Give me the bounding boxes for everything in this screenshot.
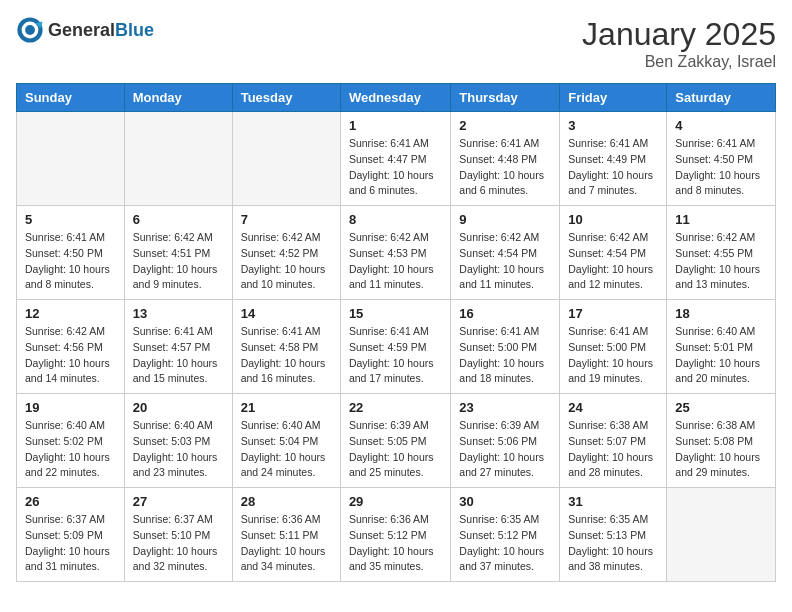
day-number: 2 (459, 118, 551, 133)
day-number: 22 (349, 400, 442, 415)
day-number: 17 (568, 306, 658, 321)
day-number: 5 (25, 212, 116, 227)
day-number: 25 (675, 400, 767, 415)
calendar-cell: 2Sunrise: 6:41 AM Sunset: 4:48 PM Daylig… (451, 112, 560, 206)
day-info: Sunrise: 6:36 AM Sunset: 5:11 PM Dayligh… (241, 512, 332, 575)
day-info: Sunrise: 6:41 AM Sunset: 4:49 PM Dayligh… (568, 136, 658, 199)
calendar-cell (124, 112, 232, 206)
day-info: Sunrise: 6:41 AM Sunset: 4:47 PM Dayligh… (349, 136, 442, 199)
calendar-cell: 24Sunrise: 6:38 AM Sunset: 5:07 PM Dayli… (560, 394, 667, 488)
day-number: 7 (241, 212, 332, 227)
calendar-cell: 25Sunrise: 6:38 AM Sunset: 5:08 PM Dayli… (667, 394, 776, 488)
calendar-cell: 14Sunrise: 6:41 AM Sunset: 4:58 PM Dayli… (232, 300, 340, 394)
calendar-cell: 13Sunrise: 6:41 AM Sunset: 4:57 PM Dayli… (124, 300, 232, 394)
day-info: Sunrise: 6:37 AM Sunset: 5:09 PM Dayligh… (25, 512, 116, 575)
day-number: 18 (675, 306, 767, 321)
calendar-cell: 16Sunrise: 6:41 AM Sunset: 5:00 PM Dayli… (451, 300, 560, 394)
calendar-cell: 11Sunrise: 6:42 AM Sunset: 4:55 PM Dayli… (667, 206, 776, 300)
day-info: Sunrise: 6:39 AM Sunset: 5:06 PM Dayligh… (459, 418, 551, 481)
day-number: 3 (568, 118, 658, 133)
day-number: 21 (241, 400, 332, 415)
day-info: Sunrise: 6:41 AM Sunset: 4:57 PM Dayligh… (133, 324, 224, 387)
day-info: Sunrise: 6:41 AM Sunset: 4:58 PM Dayligh… (241, 324, 332, 387)
day-info: Sunrise: 6:40 AM Sunset: 5:02 PM Dayligh… (25, 418, 116, 481)
calendar-cell: 12Sunrise: 6:42 AM Sunset: 4:56 PM Dayli… (17, 300, 125, 394)
column-header-thursday: Thursday (451, 84, 560, 112)
calendar-cell: 22Sunrise: 6:39 AM Sunset: 5:05 PM Dayli… (340, 394, 450, 488)
logo-icon (16, 16, 44, 44)
day-info: Sunrise: 6:42 AM Sunset: 4:56 PM Dayligh… (25, 324, 116, 387)
day-number: 23 (459, 400, 551, 415)
day-number: 9 (459, 212, 551, 227)
day-number: 12 (25, 306, 116, 321)
day-info: Sunrise: 6:41 AM Sunset: 4:59 PM Dayligh… (349, 324, 442, 387)
calendar-cell: 19Sunrise: 6:40 AM Sunset: 5:02 PM Dayli… (17, 394, 125, 488)
day-info: Sunrise: 6:38 AM Sunset: 5:07 PM Dayligh… (568, 418, 658, 481)
day-info: Sunrise: 6:41 AM Sunset: 5:00 PM Dayligh… (568, 324, 658, 387)
logo: General Blue (16, 16, 154, 44)
day-info: Sunrise: 6:42 AM Sunset: 4:55 PM Dayligh… (675, 230, 767, 293)
day-number: 16 (459, 306, 551, 321)
calendar-cell: 4Sunrise: 6:41 AM Sunset: 4:50 PM Daylig… (667, 112, 776, 206)
logo-text-blue: Blue (115, 20, 154, 41)
day-number: 19 (25, 400, 116, 415)
calendar-cell: 30Sunrise: 6:35 AM Sunset: 5:12 PM Dayli… (451, 488, 560, 582)
day-info: Sunrise: 6:42 AM Sunset: 4:51 PM Dayligh… (133, 230, 224, 293)
day-info: Sunrise: 6:35 AM Sunset: 5:12 PM Dayligh… (459, 512, 551, 575)
calendar-cell: 31Sunrise: 6:35 AM Sunset: 5:13 PM Dayli… (560, 488, 667, 582)
calendar-header-row: SundayMondayTuesdayWednesdayThursdayFrid… (17, 84, 776, 112)
day-info: Sunrise: 6:42 AM Sunset: 4:54 PM Dayligh… (568, 230, 658, 293)
calendar-cell: 28Sunrise: 6:36 AM Sunset: 5:11 PM Dayli… (232, 488, 340, 582)
day-info: Sunrise: 6:42 AM Sunset: 4:54 PM Dayligh… (459, 230, 551, 293)
calendar-cell: 27Sunrise: 6:37 AM Sunset: 5:10 PM Dayli… (124, 488, 232, 582)
title-block: January 2025 Ben Zakkay, Israel (582, 16, 776, 71)
column-header-sunday: Sunday (17, 84, 125, 112)
calendar-cell: 29Sunrise: 6:36 AM Sunset: 5:12 PM Dayli… (340, 488, 450, 582)
column-header-tuesday: Tuesday (232, 84, 340, 112)
day-info: Sunrise: 6:41 AM Sunset: 4:50 PM Dayligh… (25, 230, 116, 293)
day-number: 28 (241, 494, 332, 509)
column-header-monday: Monday (124, 84, 232, 112)
calendar-cell: 1Sunrise: 6:41 AM Sunset: 4:47 PM Daylig… (340, 112, 450, 206)
calendar-cell: 3Sunrise: 6:41 AM Sunset: 4:49 PM Daylig… (560, 112, 667, 206)
calendar-cell: 18Sunrise: 6:40 AM Sunset: 5:01 PM Dayli… (667, 300, 776, 394)
day-number: 13 (133, 306, 224, 321)
day-number: 6 (133, 212, 224, 227)
calendar-cell: 9Sunrise: 6:42 AM Sunset: 4:54 PM Daylig… (451, 206, 560, 300)
calendar-week-row: 12Sunrise: 6:42 AM Sunset: 4:56 PM Dayli… (17, 300, 776, 394)
page-header: General Blue January 2025 Ben Zakkay, Is… (16, 16, 776, 71)
day-info: Sunrise: 6:40 AM Sunset: 5:01 PM Dayligh… (675, 324, 767, 387)
day-number: 30 (459, 494, 551, 509)
calendar-cell: 10Sunrise: 6:42 AM Sunset: 4:54 PM Dayli… (560, 206, 667, 300)
day-info: Sunrise: 6:39 AM Sunset: 5:05 PM Dayligh… (349, 418, 442, 481)
day-number: 31 (568, 494, 658, 509)
column-header-friday: Friday (560, 84, 667, 112)
calendar-cell: 21Sunrise: 6:40 AM Sunset: 5:04 PM Dayli… (232, 394, 340, 488)
day-info: Sunrise: 6:41 AM Sunset: 5:00 PM Dayligh… (459, 324, 551, 387)
day-number: 4 (675, 118, 767, 133)
calendar-cell: 8Sunrise: 6:42 AM Sunset: 4:53 PM Daylig… (340, 206, 450, 300)
calendar-table: SundayMondayTuesdayWednesdayThursdayFrid… (16, 83, 776, 582)
calendar-week-row: 1Sunrise: 6:41 AM Sunset: 4:47 PM Daylig… (17, 112, 776, 206)
day-info: Sunrise: 6:42 AM Sunset: 4:52 PM Dayligh… (241, 230, 332, 293)
day-number: 27 (133, 494, 224, 509)
month-year: January 2025 (582, 16, 776, 53)
calendar-cell: 23Sunrise: 6:39 AM Sunset: 5:06 PM Dayli… (451, 394, 560, 488)
day-number: 8 (349, 212, 442, 227)
day-info: Sunrise: 6:37 AM Sunset: 5:10 PM Dayligh… (133, 512, 224, 575)
calendar-cell: 26Sunrise: 6:37 AM Sunset: 5:09 PM Dayli… (17, 488, 125, 582)
day-number: 24 (568, 400, 658, 415)
column-header-saturday: Saturday (667, 84, 776, 112)
calendar-week-row: 26Sunrise: 6:37 AM Sunset: 5:09 PM Dayli… (17, 488, 776, 582)
day-info: Sunrise: 6:40 AM Sunset: 5:04 PM Dayligh… (241, 418, 332, 481)
calendar-cell (17, 112, 125, 206)
day-info: Sunrise: 6:38 AM Sunset: 5:08 PM Dayligh… (675, 418, 767, 481)
calendar-week-row: 5Sunrise: 6:41 AM Sunset: 4:50 PM Daylig… (17, 206, 776, 300)
calendar-cell: 20Sunrise: 6:40 AM Sunset: 5:03 PM Dayli… (124, 394, 232, 488)
day-info: Sunrise: 6:35 AM Sunset: 5:13 PM Dayligh… (568, 512, 658, 575)
day-info: Sunrise: 6:41 AM Sunset: 4:48 PM Dayligh… (459, 136, 551, 199)
day-number: 10 (568, 212, 658, 227)
calendar-week-row: 19Sunrise: 6:40 AM Sunset: 5:02 PM Dayli… (17, 394, 776, 488)
day-number: 29 (349, 494, 442, 509)
svg-point-2 (25, 25, 35, 35)
